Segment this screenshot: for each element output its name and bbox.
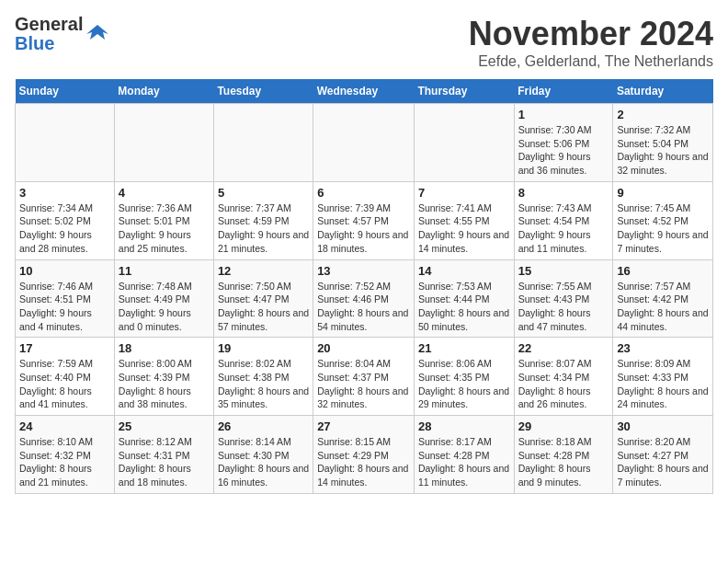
calendar-week-4: 17Sunrise: 7:59 AMSunset: 4:40 PMDayligh… bbox=[16, 338, 713, 416]
day-info: Sunrise: 8:00 AMSunset: 4:39 PMDaylight:… bbox=[119, 357, 210, 411]
day-info: Sunrise: 7:30 AMSunset: 5:06 PMDaylight:… bbox=[518, 123, 609, 178]
day-info: Sunrise: 8:07 AMSunset: 4:34 PMDaylight:… bbox=[518, 357, 609, 411]
title-section: November 2024 Eefde, Gelderland, The Net… bbox=[469, 15, 713, 70]
calendar-cell bbox=[16, 104, 115, 182]
day-info: Sunrise: 8:20 AMSunset: 4:27 PMDaylight:… bbox=[617, 435, 709, 489]
weekday-header-thursday: Thursday bbox=[414, 79, 514, 104]
day-number: 17 bbox=[19, 341, 110, 355]
day-info: Sunrise: 8:14 AMSunset: 4:30 PMDaylight:… bbox=[218, 435, 309, 489]
calendar-cell: 24Sunrise: 8:10 AMSunset: 4:32 PMDayligh… bbox=[16, 416, 115, 494]
weekday-header-saturday: Saturday bbox=[613, 79, 713, 104]
calendar-week-1: 1Sunrise: 7:30 AMSunset: 5:06 PMDaylight… bbox=[16, 104, 713, 182]
calendar-cell: 2Sunrise: 7:32 AMSunset: 5:04 PMDaylight… bbox=[613, 104, 713, 182]
calendar-cell: 9Sunrise: 7:45 AMSunset: 4:52 PMDaylight… bbox=[613, 181, 713, 259]
day-info: Sunrise: 8:09 AMSunset: 4:33 PMDaylight:… bbox=[617, 357, 709, 411]
calendar-cell bbox=[313, 104, 415, 182]
logo-bird-icon bbox=[85, 21, 110, 47]
calendar-cell: 5Sunrise: 7:37 AMSunset: 4:59 PMDaylight… bbox=[213, 181, 313, 259]
calendar-cell: 18Sunrise: 8:00 AMSunset: 4:39 PMDayligh… bbox=[114, 338, 213, 416]
weekday-header-wednesday: Wednesday bbox=[313, 79, 415, 104]
day-number: 11 bbox=[119, 264, 210, 278]
day-number: 4 bbox=[119, 186, 210, 200]
day-info: Sunrise: 7:59 AMSunset: 4:40 PMDaylight:… bbox=[19, 357, 110, 411]
day-info: Sunrise: 8:12 AMSunset: 4:31 PMDaylight:… bbox=[119, 435, 210, 489]
day-info: Sunrise: 8:15 AMSunset: 4:29 PMDaylight:… bbox=[317, 435, 410, 489]
day-info: Sunrise: 7:39 AMSunset: 4:57 PMDaylight:… bbox=[317, 201, 410, 256]
day-info: Sunrise: 7:55 AMSunset: 4:43 PMDaylight:… bbox=[518, 280, 609, 334]
day-number: 15 bbox=[518, 264, 609, 278]
day-info: Sunrise: 7:34 AMSunset: 5:02 PMDaylight:… bbox=[19, 201, 110, 256]
calendar-table: SundayMondayTuesdayWednesdayThursdayFrid… bbox=[15, 79, 713, 494]
day-number: 9 bbox=[617, 186, 709, 200]
page-header: General Blue November 2024 Eefde, Gelder… bbox=[15, 15, 713, 70]
month-title: November 2024 bbox=[469, 15, 713, 53]
calendar-cell: 1Sunrise: 7:30 AMSunset: 5:06 PMDaylight… bbox=[514, 104, 613, 182]
day-number: 18 bbox=[119, 341, 210, 355]
calendar-cell bbox=[213, 104, 313, 182]
day-number: 22 bbox=[518, 341, 609, 355]
calendar-cell bbox=[414, 104, 514, 182]
calendar-header-row: SundayMondayTuesdayWednesdayThursdayFrid… bbox=[16, 79, 713, 104]
calendar-cell: 13Sunrise: 7:52 AMSunset: 4:46 PMDayligh… bbox=[313, 259, 415, 338]
svg-marker-0 bbox=[86, 25, 108, 40]
day-number: 7 bbox=[418, 186, 510, 200]
calendar-cell bbox=[114, 104, 213, 182]
day-info: Sunrise: 8:06 AMSunset: 4:35 PMDaylight:… bbox=[418, 357, 510, 411]
calendar-cell: 15Sunrise: 7:55 AMSunset: 4:43 PMDayligh… bbox=[514, 259, 613, 338]
calendar-cell: 29Sunrise: 8:18 AMSunset: 4:28 PMDayligh… bbox=[514, 416, 613, 494]
calendar-cell: 6Sunrise: 7:39 AMSunset: 4:57 PMDaylight… bbox=[313, 181, 415, 259]
day-info: Sunrise: 7:36 AMSunset: 5:01 PMDaylight:… bbox=[119, 201, 210, 256]
day-info: Sunrise: 7:43 AMSunset: 4:54 PMDaylight:… bbox=[518, 201, 609, 256]
calendar-cell: 23Sunrise: 8:09 AMSunset: 4:33 PMDayligh… bbox=[613, 338, 713, 416]
day-number: 13 bbox=[317, 264, 410, 278]
calendar-cell: 14Sunrise: 7:53 AMSunset: 4:44 PMDayligh… bbox=[414, 259, 514, 338]
calendar-week-2: 3Sunrise: 7:34 AMSunset: 5:02 PMDaylight… bbox=[16, 181, 713, 259]
calendar-cell: 25Sunrise: 8:12 AMSunset: 4:31 PMDayligh… bbox=[114, 416, 213, 494]
day-number: 23 bbox=[617, 341, 709, 355]
day-number: 25 bbox=[119, 419, 210, 433]
logo-line1: General bbox=[15, 15, 83, 34]
day-number: 20 bbox=[317, 341, 410, 355]
day-number: 27 bbox=[317, 419, 410, 433]
day-number: 12 bbox=[218, 264, 309, 278]
location: Eefde, Gelderland, The Netherlands bbox=[469, 53, 713, 70]
day-info: Sunrise: 8:04 AMSunset: 4:37 PMDaylight:… bbox=[317, 357, 410, 411]
day-info: Sunrise: 8:17 AMSunset: 4:28 PMDaylight:… bbox=[418, 435, 510, 489]
calendar-cell: 7Sunrise: 7:41 AMSunset: 4:55 PMDaylight… bbox=[414, 181, 514, 259]
calendar-cell: 27Sunrise: 8:15 AMSunset: 4:29 PMDayligh… bbox=[313, 416, 415, 494]
day-info: Sunrise: 7:53 AMSunset: 4:44 PMDaylight:… bbox=[418, 280, 510, 334]
calendar-cell: 11Sunrise: 7:48 AMSunset: 4:49 PMDayligh… bbox=[114, 259, 213, 338]
calendar-cell: 17Sunrise: 7:59 AMSunset: 4:40 PMDayligh… bbox=[16, 338, 115, 416]
day-info: Sunrise: 7:45 AMSunset: 4:52 PMDaylight:… bbox=[617, 201, 709, 256]
calendar-cell: 20Sunrise: 8:04 AMSunset: 4:37 PMDayligh… bbox=[313, 338, 415, 416]
logo-line2: Blue bbox=[15, 34, 83, 53]
day-number: 19 bbox=[218, 341, 309, 355]
day-info: Sunrise: 8:02 AMSunset: 4:38 PMDaylight:… bbox=[218, 357, 309, 411]
calendar-cell: 22Sunrise: 8:07 AMSunset: 4:34 PMDayligh… bbox=[514, 338, 613, 416]
day-info: Sunrise: 7:52 AMSunset: 4:46 PMDaylight:… bbox=[317, 280, 410, 334]
day-number: 14 bbox=[418, 264, 510, 278]
weekday-header-monday: Monday bbox=[114, 79, 213, 104]
weekday-header-friday: Friday bbox=[514, 79, 613, 104]
calendar-week-3: 10Sunrise: 7:46 AMSunset: 4:51 PMDayligh… bbox=[16, 259, 713, 338]
weekday-header-tuesday: Tuesday bbox=[213, 79, 313, 104]
day-number: 28 bbox=[418, 419, 510, 433]
day-number: 24 bbox=[19, 419, 110, 433]
day-number: 1 bbox=[518, 108, 609, 121]
calendar-cell: 21Sunrise: 8:06 AMSunset: 4:35 PMDayligh… bbox=[414, 338, 514, 416]
day-number: 21 bbox=[418, 341, 510, 355]
day-info: Sunrise: 7:48 AMSunset: 4:49 PMDaylight:… bbox=[119, 280, 210, 334]
day-info: Sunrise: 7:57 AMSunset: 4:42 PMDaylight:… bbox=[617, 280, 709, 334]
day-number: 5 bbox=[218, 186, 309, 200]
day-number: 2 bbox=[617, 108, 709, 121]
day-number: 8 bbox=[518, 186, 609, 200]
day-info: Sunrise: 7:37 AMSunset: 4:59 PMDaylight:… bbox=[218, 201, 309, 256]
calendar-cell: 30Sunrise: 8:20 AMSunset: 4:27 PMDayligh… bbox=[613, 416, 713, 494]
calendar-cell: 28Sunrise: 8:17 AMSunset: 4:28 PMDayligh… bbox=[414, 416, 514, 494]
day-number: 3 bbox=[19, 186, 110, 200]
day-info: Sunrise: 7:41 AMSunset: 4:55 PMDaylight:… bbox=[418, 201, 510, 256]
calendar-cell: 8Sunrise: 7:43 AMSunset: 4:54 PMDaylight… bbox=[514, 181, 613, 259]
calendar-cell: 4Sunrise: 7:36 AMSunset: 5:01 PMDaylight… bbox=[114, 181, 213, 259]
day-number: 10 bbox=[19, 264, 110, 278]
logo: General Blue bbox=[15, 15, 110, 53]
